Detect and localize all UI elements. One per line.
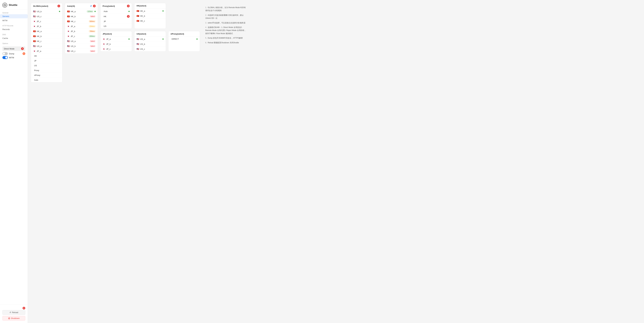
item-left: 🇯🇵 JP_a [33,50,41,52]
list-item[interactable]: 🇯🇵 JP_b [31,24,62,29]
list-item[interactable]: 🇯🇵 JP_a [100,37,132,42]
item-left: 🇺🇸 US_b [136,43,145,45]
flag-icon: 🇭🇰 [67,10,70,13]
list-item[interactable]: 🇺🇸 US_c failed [65,49,98,53]
list-item[interactable]: 🇯🇵 JP_b [100,42,132,46]
item-left: 🇺🇸 US_c [67,50,76,52]
item-left: Proxy [33,69,39,71]
dump-toggle-row: Dump 5 [2,52,25,55]
list-item[interactable]: 🇺🇸 US_b failed [65,44,98,49]
reload-button[interactable]: ↺ Reload [2,310,25,315]
item-left: Auto [33,79,38,81]
list-item[interactable]: 🇭🇰 HK_b failed [65,14,98,19]
item-left: 🇯🇵 JP_a [67,25,75,27]
item-name: JP [34,60,36,62]
list-item[interactable]: 🇺🇸 US_b [31,9,62,14]
list-item[interactable]: 🇭🇰 HK_b [134,13,166,18]
list-item[interactable]: JP [100,19,132,24]
list-item[interactable]: DIRECT [168,37,200,41]
item-name: US_c [71,50,76,52]
sidebar-item-cache[interactable]: Cache [0,36,28,40]
jp-panel-items: 🇯🇵 JP_a 🇯🇵 JP_b 🇯🇵 JP_c [100,37,132,51]
list-item[interactable]: US [31,63,62,68]
list-item[interactable]: 🇯🇵 JP_c [31,19,62,24]
item-right: 3 [127,15,130,18]
item-name: JP_c [71,35,75,37]
item-left: 🇭🇰 HK_a [136,10,145,12]
info-panel: 1.GLOBAL 保留分组，当为 Remote Mode 时所有请求走这个分组规… [202,3,250,49]
direct-mode-button[interactable]: Direct Mode 4 [2,46,25,51]
info-item: 6.Reload 重载配置Shutdown 关闭Shuttle [205,41,248,44]
main-content: GLOBAL(select) 1 🇺🇸 US_b 🇺🇸 US_c 🇯🇵 JP_c… [28,0,644,323]
list-item[interactable]: 🇭🇰 HK_c [134,18,166,23]
item-name: Auto [34,79,38,81]
item-name: US_a [37,45,42,47]
list-item[interactable]: JP [31,58,62,63]
item-left: 🇭🇰 HK_a [67,10,76,13]
item-name: US_a [71,40,76,42]
item-right: failed [90,15,96,17]
status-indicator [196,38,198,40]
sidebar-item-servers[interactable]: Servers [0,14,28,18]
list-item[interactable]: 🇯🇵 JP_a 234ms [65,24,98,29]
list-item[interactable]: 🇺🇸 US_a [31,44,62,49]
list-item[interactable]: 🇭🇰 HK_a 123ms [65,9,98,14]
list-item[interactable]: 🇭🇰 HK_c 500ms [65,19,98,24]
mitm-toggle-row: MITM [2,56,25,59]
list-item[interactable]: US [100,24,132,28]
list-item[interactable]: 🇺🇸 US_c [31,14,62,19]
list-item[interactable]: 🇯🇵 JP_a [31,49,62,54]
list-item[interactable]: HK 3 [100,14,132,19]
item-left: 🇭🇰 HK_a [33,30,42,32]
list-item[interactable]: 🇺🇸 US_c [134,46,166,51]
info-item: 5.Dump 抓包开关MitM中间攻击，HTTPS解密 [205,36,248,39]
dns-section-label: DNS [0,31,28,36]
list-item[interactable]: 🇯🇵 JP_c 200ms [65,34,98,39]
list-item[interactable]: Proxy [31,68,62,73]
item-left: US [33,64,37,67]
item-left: 🇯🇵 JP_c [102,48,110,50]
list-item[interactable]: HK [31,54,62,58]
list-item[interactable]: 🇺🇸 US_a failed [65,39,98,44]
refresh-icon[interactable]: ↺ [90,5,92,7]
flag-icon: 🇯🇵 [102,38,105,40]
list-item[interactable]: 🇺🇸 US_a [134,37,166,42]
mitm-toggle-label: MITM [9,56,14,59]
dump-label: Dump [9,52,21,55]
list-item[interactable]: Auto [100,9,132,14]
us-panel-items: 🇺🇸 US_a 🇺🇸 US_b 🇺🇸 US_c [134,37,166,51]
mitm-toggle[interactable] [2,56,8,59]
auto-panel-items: 🇭🇰 HK_a 123ms 🇭🇰 HK_b failed 🇭🇰 HK_c 500… [65,9,98,53]
shutdown-button[interactable]: ⏻ Shutdown [2,316,25,321]
status-indicator [94,11,96,12]
list-item[interactable]: 🇯🇵 JP_b 789ms [65,29,98,34]
auto-panel-actions: ↺ 2 [90,5,96,7]
info-text: 连接模式有4种：1. Direct Mode 全局直连2. Remote Mod… [205,26,246,34]
sidebar-item-records[interactable]: Records [0,27,28,31]
list-item[interactable]: 🇯🇵 JP_c [100,46,132,51]
item-name: HK_b [71,15,76,17]
sidebar-item-mitm[interactable]: MITM [0,18,28,23]
hk-panel-header: HK(select) [134,3,166,8]
shutdown-label: Shutdown [11,317,20,320]
info-text: Reload 重载配置Shutdown 关闭Shuttle [208,42,239,44]
list-item[interactable]: 🇭🇰 HK_a [134,8,166,13]
list-item[interactable]: Auto [31,78,62,82]
item-left: 🇺🇸 US_a [33,45,42,47]
item-name: US [34,64,37,67]
info-num: 6. [205,42,207,44]
nproxy-panel-header: nProxy(select) [168,31,200,37]
list-item[interactable]: nProxy [31,73,62,78]
item-badge: 3 [127,15,130,18]
list-item[interactable]: 🇭🇰 HK_b [31,34,62,39]
item-name: HK_b [140,15,145,17]
list-item[interactable]: 🇭🇰 HK_a [31,29,62,34]
flag-icon: 🇭🇰 [136,15,139,17]
flag-icon: 🇯🇵 [33,20,36,22]
item-left: nProxy [33,74,40,76]
dump-toggle[interactable] [2,52,8,55]
hk-panel: HK(select) 🇭🇰 HK_a 🇭🇰 HK_b 🇭🇰 HK_c [134,3,166,29]
reload-icon: ↺ [10,311,11,314]
list-item[interactable]: 🇺🇸 US_b [134,42,166,46]
list-item[interactable]: 🇭🇰 HK_c [31,39,62,44]
